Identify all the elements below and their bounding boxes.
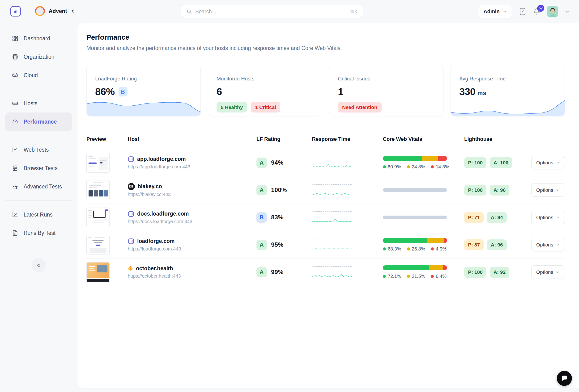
column-header-lighthouse: Lighthouse (464, 136, 530, 142)
sidebar-item-label: Hosts (24, 100, 38, 107)
options-button[interactable]: Options (531, 238, 565, 251)
admin-menu-button[interactable]: Admin (478, 5, 512, 18)
sidebar-item-latest-runs[interactable]: Latest Runs (5, 205, 72, 224)
notifications-bell-icon[interactable]: 57 (533, 7, 541, 16)
org-switcher[interactable]: Advent (35, 6, 75, 16)
column-header-host: Host (128, 136, 256, 142)
sidebar-item-advanced-tests[interactable]: Advanced Tests (5, 177, 72, 196)
vitals-legend-item: 6.4% (431, 274, 446, 279)
grade-badge: B (119, 87, 128, 97)
rating-grade-badge: A (256, 158, 267, 168)
lighthouse-badge: P: 87 (464, 239, 484, 250)
host-name: docs.loadforge.com (137, 211, 189, 217)
sidebar-item-hosts[interactable]: Hosts (5, 94, 72, 112)
browser-icon (12, 165, 18, 171)
scatter-icon (12, 211, 18, 218)
options-button[interactable]: Options (531, 211, 565, 224)
sidebar-item-browser-tests[interactable]: Browser Tests (5, 159, 72, 177)
lf-rating-cell: B 83% (256, 212, 312, 223)
sidebar-item-label: Browser Tests (24, 165, 58, 171)
stat-card-avg-response-time: Avg Response Time 330ms (450, 65, 565, 116)
host-cell[interactable]: DB blakey.co https://blakey.co:443 (128, 183, 256, 197)
options-button[interactable]: Options (531, 156, 565, 169)
stat-label: Critical Issues (338, 76, 435, 82)
stat-value: 86% (95, 86, 115, 97)
rating-grade-badge: A (256, 267, 267, 277)
host-cell[interactable]: app.loadforge.com https://app.loadforge.… (128, 156, 256, 169)
help-icon[interactable] (519, 7, 526, 16)
stat-mini-chart (87, 97, 201, 116)
grid-icon (12, 35, 18, 42)
sidebar-nav: Dashboard Organization Cloud Hosts Perfo… (0, 23, 77, 392)
lighthouse-cell: P: 71A: 94 (464, 212, 530, 223)
column-header-preview: Preview (86, 136, 128, 142)
options-button[interactable]: Options (531, 183, 565, 197)
host-cell[interactable]: ❋ october.health https://october.health:… (128, 265, 256, 279)
host-url: https://loadforge.com:443 (128, 246, 256, 252)
october-health-favicon: ❋ (128, 265, 133, 272)
sliders-icon (12, 183, 18, 190)
sidebar-item-web-tests[interactable]: Web Tests (5, 141, 72, 159)
response-threshold-line (312, 266, 352, 267)
vitals-legend-item: 72.1% (383, 274, 401, 279)
response-sparkline (312, 272, 352, 278)
response-threshold-line (312, 157, 352, 157)
notifications-count-badge: 57 (537, 5, 544, 12)
lighthouse-cell: P: 100A: 92 (464, 267, 530, 278)
search-input[interactable] (195, 8, 346, 15)
app-logo-icon[interactable] (10, 6, 21, 16)
rating-percent: 99% (271, 268, 283, 276)
sidebar-item-cloud[interactable]: Cloud (5, 66, 72, 84)
gauge-icon (12, 118, 18, 125)
search-shortcut: ⌘K (350, 9, 358, 14)
host-name: blakey.co (138, 183, 162, 190)
rating-percent: 100% (271, 186, 287, 194)
host-preview-thumbnail[interactable] (86, 235, 110, 255)
core-web-vitals-empty (383, 216, 447, 219)
loadforge-favicon (128, 238, 134, 245)
host-url: https://docs.loadforge.com:443 (128, 219, 256, 224)
table-body: app.loadforge.com https://app.loadforge.… (86, 149, 565, 286)
server-icon (12, 100, 18, 107)
page-title: Performance (86, 33, 565, 41)
sidebar-item-performance[interactable]: Performance (5, 112, 72, 131)
stats-row: LoadForge Rating 86%B Monitored Hosts 65… (86, 65, 565, 116)
host-name: october.health (136, 265, 173, 272)
chat-widget-button[interactable] (557, 371, 572, 386)
main-panel: Performance Monitor and analyze the perf… (77, 23, 579, 388)
sidebar-item-label: Runs By Test (24, 230, 56, 236)
user-menu-chevron-icon[interactable] (565, 9, 570, 14)
user-avatar[interactable] (547, 6, 558, 17)
lf-rating-cell: A 99% (256, 267, 312, 277)
rating-grade-badge: B (256, 212, 267, 223)
rating-grade-badge: A (256, 185, 267, 195)
sidebar-item-label: Web Tests (24, 147, 49, 153)
select-updown-icon (71, 8, 75, 14)
response-sparkline (312, 163, 352, 169)
host-cell[interactable]: loadforge.com https://loadforge.com:443 (128, 238, 256, 252)
column-header-lf-rating: LF Rating (256, 136, 312, 142)
host-row-october-health: ❋ october.health https://october.health:… (86, 259, 565, 286)
column-header-response-time: Response Time (312, 136, 383, 142)
host-preview-thumbnail[interactable] (86, 262, 110, 282)
host-preview-thumbnail[interactable] (86, 208, 110, 227)
sidebar-item-organization[interactable]: Organization (5, 48, 72, 66)
host-preview-thumbnail[interactable] (86, 180, 110, 200)
vitals-legend-item: 68.3% (383, 246, 401, 252)
sidebar-collapse-button[interactable]: « (31, 258, 46, 273)
sidebar-item-label: Advanced Tests (24, 183, 62, 190)
vitals-legend-item: 24.8% (407, 164, 425, 169)
building-icon (12, 54, 18, 60)
lighthouse-cell: P: 87A: 96 (464, 239, 530, 250)
sidebar-item-dashboard[interactable]: Dashboard (5, 29, 72, 48)
lighthouse-badge: A: 96 (490, 185, 509, 196)
vitals-bar (383, 238, 447, 243)
vitals-bar (383, 265, 447, 270)
hosts-table: PreviewHostLF RatingResponse TimeCore We… (86, 136, 565, 286)
stat-card-critical-issues: Critical Issues 1Need Attention (329, 65, 443, 116)
sidebar-item-runs-by-test[interactable]: Runs By Test (5, 224, 72, 242)
core-web-vitals: 68.3%26.8%4.9% (383, 238, 464, 252)
options-button[interactable]: Options (531, 265, 565, 279)
host-cell[interactable]: docs.loadforge.com https://docs.loadforg… (128, 211, 256, 224)
host-preview-thumbnail[interactable] (86, 153, 110, 173)
